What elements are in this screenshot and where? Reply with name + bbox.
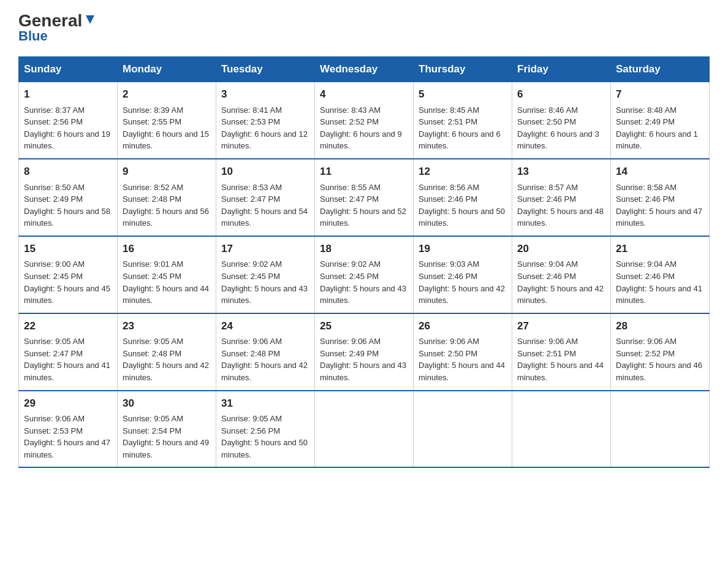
calendar-cell: 8 Sunrise: 8:50 AMSunset: 2:49 PMDayligh…: [19, 159, 118, 236]
day-info: Sunrise: 8:37 AMSunset: 2:56 PMDaylight:…: [24, 105, 110, 151]
calendar-cell: 19 Sunrise: 9:03 AMSunset: 2:46 PMDaylig…: [414, 236, 512, 313]
day-info: Sunrise: 8:56 AMSunset: 2:46 PMDaylight:…: [419, 183, 505, 228]
day-info: Sunrise: 8:55 AMSunset: 2:47 PMDaylight:…: [320, 183, 406, 228]
day-info: Sunrise: 9:06 AMSunset: 2:53 PMDaylight:…: [24, 414, 110, 459]
calendar-cell: 9 Sunrise: 8:52 AMSunset: 2:48 PMDayligh…: [118, 159, 216, 236]
calendar-cell: [512, 391, 611, 468]
day-number: 1: [24, 87, 112, 102]
calendar-cell: 5 Sunrise: 8:45 AMSunset: 2:51 PMDayligh…: [414, 82, 512, 159]
logo-blue-text: Blue: [18, 28, 48, 44]
day-number: 25: [320, 319, 408, 334]
header-tuesday: Tuesday: [216, 57, 315, 82]
day-number: 22: [24, 319, 112, 334]
day-info: Sunrise: 9:05 AMSunset: 2:47 PMDaylight:…: [24, 337, 110, 382]
calendar-cell: 11 Sunrise: 8:55 AMSunset: 2:47 PMDaylig…: [315, 159, 414, 236]
calendar-cell: 16 Sunrise: 9:01 AMSunset: 2:45 PMDaylig…: [118, 236, 216, 313]
day-info: Sunrise: 9:06 AMSunset: 2:52 PMDaylight:…: [616, 337, 702, 382]
header-friday: Friday: [512, 57, 611, 82]
calendar-cell: [315, 391, 414, 468]
calendar-table: SundayMondayTuesdayWednesdayThursdayFrid…: [18, 56, 710, 468]
logo-general-text: General: [18, 12, 82, 29]
day-number: 7: [616, 87, 704, 102]
page-header: General Blue: [18, 12, 710, 44]
calendar-cell: 30 Sunrise: 9:05 AMSunset: 2:54 PMDaylig…: [118, 391, 216, 468]
calendar-cell: 25 Sunrise: 9:06 AMSunset: 2:49 PMDaylig…: [315, 313, 414, 391]
day-number: 15: [24, 242, 112, 257]
header-sunday: Sunday: [19, 57, 118, 82]
calendar-cell: 27 Sunrise: 9:06 AMSunset: 2:51 PMDaylig…: [512, 313, 611, 391]
calendar-cell: 18 Sunrise: 9:02 AMSunset: 2:45 PMDaylig…: [315, 236, 414, 313]
header-thursday: Thursday: [414, 57, 512, 82]
day-number: 24: [221, 319, 309, 334]
day-number: 9: [123, 164, 211, 180]
day-number: 20: [517, 242, 605, 257]
calendar-cell: 6 Sunrise: 8:46 AMSunset: 2:50 PMDayligh…: [512, 82, 611, 159]
svg-marker-0: [86, 15, 94, 24]
day-number: 21: [616, 242, 704, 257]
day-number: 12: [419, 164, 507, 180]
day-info: Sunrise: 9:06 AMSunset: 2:48 PMDaylight:…: [221, 337, 308, 382]
day-info: Sunrise: 9:04 AMSunset: 2:46 PMDaylight:…: [517, 259, 604, 305]
day-number: 28: [616, 319, 704, 334]
calendar-cell: 15 Sunrise: 9:00 AMSunset: 2:45 PMDaylig…: [19, 236, 118, 313]
calendar-cell: 2 Sunrise: 8:39 AMSunset: 2:55 PMDayligh…: [118, 82, 216, 159]
day-number: 5: [419, 87, 507, 102]
logo-triangle-icon: [83, 13, 97, 26]
calendar-cell: 7 Sunrise: 8:48 AMSunset: 2:49 PMDayligh…: [611, 82, 710, 159]
day-info: Sunrise: 8:43 AMSunset: 2:52 PMDaylight:…: [320, 105, 402, 151]
day-info: Sunrise: 8:45 AMSunset: 2:51 PMDaylight:…: [419, 105, 501, 151]
day-info: Sunrise: 8:53 AMSunset: 2:47 PMDaylight:…: [221, 183, 308, 228]
day-number: 16: [123, 242, 211, 257]
day-number: 11: [320, 164, 408, 180]
day-info: Sunrise: 9:02 AMSunset: 2:45 PMDaylight:…: [320, 259, 406, 305]
calendar-week-5: 29 Sunrise: 9:06 AMSunset: 2:53 PMDaylig…: [19, 391, 710, 468]
day-info: Sunrise: 9:06 AMSunset: 2:49 PMDaylight:…: [320, 337, 406, 382]
day-number: 6: [517, 87, 605, 102]
day-number: 10: [221, 164, 309, 180]
day-number: 30: [123, 396, 211, 412]
day-info: Sunrise: 9:02 AMSunset: 2:45 PMDaylight:…: [221, 259, 308, 305]
calendar-week-2: 8 Sunrise: 8:50 AMSunset: 2:49 PMDayligh…: [19, 159, 710, 236]
day-number: 29: [24, 396, 112, 412]
day-info: Sunrise: 9:01 AMSunset: 2:45 PMDaylight:…: [123, 259, 209, 305]
day-info: Sunrise: 9:05 AMSunset: 2:54 PMDaylight:…: [123, 414, 209, 459]
calendar-cell: 22 Sunrise: 9:05 AMSunset: 2:47 PMDaylig…: [19, 313, 118, 391]
day-info: Sunrise: 8:39 AMSunset: 2:55 PMDaylight:…: [123, 105, 209, 151]
calendar-cell: 24 Sunrise: 9:06 AMSunset: 2:48 PMDaylig…: [216, 313, 315, 391]
day-number: 19: [419, 242, 507, 257]
day-number: 31: [221, 396, 309, 412]
calendar-cell: [414, 391, 512, 468]
day-number: 4: [320, 87, 408, 102]
calendar-cell: 29 Sunrise: 9:06 AMSunset: 2:53 PMDaylig…: [19, 391, 118, 468]
day-info: Sunrise: 8:48 AMSunset: 2:49 PMDaylight:…: [616, 105, 698, 151]
day-info: Sunrise: 8:41 AMSunset: 2:53 PMDaylight:…: [221, 105, 308, 151]
calendar-cell: 21 Sunrise: 9:04 AMSunset: 2:46 PMDaylig…: [611, 236, 710, 313]
calendar-week-4: 22 Sunrise: 9:05 AMSunset: 2:47 PMDaylig…: [19, 313, 710, 391]
calendar-cell: 4 Sunrise: 8:43 AMSunset: 2:52 PMDayligh…: [315, 82, 414, 159]
day-info: Sunrise: 9:03 AMSunset: 2:46 PMDaylight:…: [419, 259, 505, 305]
logo: General Blue: [18, 12, 97, 44]
day-number: 27: [517, 319, 605, 334]
day-info: Sunrise: 9:06 AMSunset: 2:51 PMDaylight:…: [517, 337, 604, 382]
day-info: Sunrise: 8:57 AMSunset: 2:46 PMDaylight:…: [517, 183, 604, 228]
day-number: 23: [123, 319, 211, 334]
calendar-cell: 13 Sunrise: 8:57 AMSunset: 2:46 PMDaylig…: [512, 159, 611, 236]
day-number: 3: [221, 87, 309, 102]
day-info: Sunrise: 8:58 AMSunset: 2:46 PMDaylight:…: [616, 183, 702, 228]
day-number: 8: [24, 164, 112, 180]
calendar-cell: 26 Sunrise: 9:06 AMSunset: 2:50 PMDaylig…: [414, 313, 512, 391]
calendar-cell: [611, 391, 710, 468]
calendar-cell: 3 Sunrise: 8:41 AMSunset: 2:53 PMDayligh…: [216, 82, 315, 159]
calendar-cell: 28 Sunrise: 9:06 AMSunset: 2:52 PMDaylig…: [611, 313, 710, 391]
calendar-cell: 1 Sunrise: 8:37 AMSunset: 2:56 PMDayligh…: [19, 82, 118, 159]
day-number: 18: [320, 242, 408, 257]
header-wednesday: Wednesday: [315, 57, 414, 82]
day-number: 13: [517, 164, 605, 180]
calendar-cell: 14 Sunrise: 8:58 AMSunset: 2:46 PMDaylig…: [611, 159, 710, 236]
day-info: Sunrise: 8:52 AMSunset: 2:48 PMDaylight:…: [123, 183, 209, 228]
day-info: Sunrise: 9:05 AMSunset: 2:48 PMDaylight:…: [123, 337, 209, 382]
header-saturday: Saturday: [611, 57, 710, 82]
day-number: 14: [616, 164, 704, 180]
day-number: 26: [419, 319, 507, 334]
calendar-cell: 20 Sunrise: 9:04 AMSunset: 2:46 PMDaylig…: [512, 236, 611, 313]
